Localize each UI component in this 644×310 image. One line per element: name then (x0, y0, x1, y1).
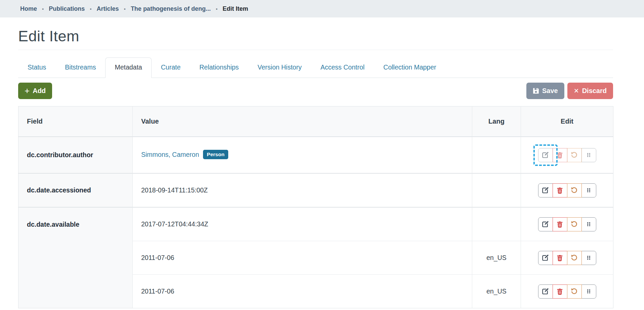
grip-dots-icon (586, 221, 592, 227)
delete-value-button[interactable] (553, 251, 567, 265)
edit-button-group (538, 183, 596, 197)
breadcrumb-separator-icon: • (216, 6, 217, 12)
edit-value-button[interactable] (538, 148, 553, 162)
undo-value-button[interactable] (567, 217, 582, 231)
value-link[interactable]: Simmons, Cameron (141, 151, 199, 158)
undo-icon (571, 254, 578, 261)
edit-cell (521, 137, 613, 173)
lang-cell: en_US (472, 275, 521, 308)
value-cell: 2011-07-06 (133, 275, 472, 308)
tab-access-control[interactable]: Access Control (311, 57, 374, 78)
value-text: 2018-09-14T11:15:00Z (141, 186, 208, 194)
metadata-table-header: Field Value Lang Edit (18, 106, 613, 137)
field-name: dc.contributor.author (18, 137, 133, 173)
value-cell: 2011-07-06 (133, 241, 472, 275)
tab-collection-mapper[interactable]: Collection Mapper (374, 57, 446, 78)
grip-dots-icon (586, 288, 592, 295)
add-button-label: Add (33, 87, 46, 95)
tab-metadata[interactable]: Metadata (105, 57, 151, 78)
grip-dots-icon (586, 255, 592, 261)
trash-icon (557, 221, 563, 228)
column-header-lang: Lang (472, 106, 521, 137)
delete-value-button[interactable] (553, 284, 567, 299)
delete-value-button[interactable] (553, 217, 567, 231)
breadcrumb-item-articles[interactable]: Articles (97, 5, 119, 12)
tab-bar: StatusBitstreamsMetadataCurateRelationsh… (18, 57, 613, 78)
tab-relationships[interactable]: Relationships (190, 57, 248, 78)
lang-cell (472, 137, 521, 173)
metadata-field-group: dc.contributor.author Simmons, CameronPe… (18, 137, 613, 173)
tab-version-history[interactable]: Version History (248, 57, 311, 78)
discard-button[interactable]: ✕ Discard (567, 83, 613, 99)
pencil-square-icon (542, 221, 549, 228)
edit-value-button[interactable] (538, 217, 553, 231)
edit-cell (521, 241, 613, 275)
pencil-square-icon (542, 288, 549, 295)
undo-value-button[interactable] (567, 284, 582, 299)
trash-icon (557, 255, 563, 261)
undo-icon (571, 288, 578, 295)
table-row: dc.date.available 2017-07-12T04:44:34Z (18, 208, 613, 241)
value-cell: 2017-07-12T04:44:34Z (133, 208, 472, 241)
breadcrumb-separator-icon: • (42, 6, 44, 12)
tab-curate[interactable]: Curate (152, 57, 190, 78)
main-content: Edit Item StatusBitstreamsMetadataCurate… (18, 28, 613, 308)
edit-cell (521, 275, 613, 308)
edit-value-button[interactable] (538, 284, 553, 299)
pencil-square-icon (542, 187, 549, 194)
breadcrumb: Home•Publications•Articles•The pathogene… (0, 0, 644, 17)
tab-status[interactable]: Status (18, 57, 55, 78)
pencil-square-icon (542, 254, 549, 261)
undo-value-button[interactable] (567, 251, 582, 265)
person-badge: Person (203, 150, 228, 159)
x-icon: ✕ (574, 88, 579, 94)
delete-value-button[interactable] (553, 148, 567, 162)
lang-cell: en_US (472, 241, 521, 275)
pencil-square-icon (542, 151, 549, 159)
lang-cell (472, 208, 521, 241)
edit-cell (521, 208, 613, 241)
save-icon (533, 88, 539, 94)
trash-icon (557, 152, 563, 159)
edit-button-group (538, 217, 596, 231)
column-header-field: Field (18, 106, 133, 137)
drag-handle-button[interactable] (581, 284, 596, 299)
edit-value-button[interactable] (538, 183, 553, 197)
metadata-table: Field Value Lang Edit dc.contributor.aut… (18, 106, 613, 308)
value-text: 2011-07-06 (141, 287, 174, 295)
breadcrumb-item-publications[interactable]: Publications (49, 5, 85, 12)
trash-icon (557, 187, 563, 194)
breadcrumb-item-home[interactable]: Home (20, 5, 37, 12)
drag-handle-button[interactable] (581, 148, 596, 162)
drag-handle-button[interactable] (581, 251, 596, 265)
drag-handle-button[interactable] (581, 183, 596, 197)
table-row: dc.date.accessioned 2018-09-14T11:15:00Z (18, 174, 613, 207)
delete-value-button[interactable] (553, 183, 567, 197)
lang-cell (472, 174, 521, 207)
value-text: 2011-07-06 (141, 254, 174, 261)
grip-dots-icon (586, 152, 592, 158)
undo-icon (571, 221, 578, 228)
save-button-label: Save (542, 87, 558, 95)
table-row: dc.contributor.author Simmons, CameronPe… (18, 137, 613, 173)
metadata-field-group: dc.date.available 2017-07-12T04:44:34Z (18, 207, 613, 308)
metadata-field-group: dc.date.accessioned 2018-09-14T11:15:00Z (18, 173, 613, 207)
plus-icon: + (25, 86, 30, 95)
tab-bitstreams[interactable]: Bitstreams (55, 57, 105, 78)
edit-cell (521, 174, 613, 207)
page-title: Edit Item (18, 28, 613, 50)
breadcrumb-separator-icon: • (124, 6, 126, 12)
edit-value-button[interactable] (538, 251, 553, 265)
save-button[interactable]: Save (526, 83, 564, 99)
discard-button-label: Discard (582, 87, 607, 95)
drag-handle-button[interactable] (581, 217, 596, 231)
toolbar: + Add Save ✕ Discard (18, 83, 613, 99)
value-text: 2017-07-12T04:44:34Z (141, 220, 208, 228)
undo-icon (571, 151, 578, 159)
edit-button-group (538, 251, 596, 265)
breadcrumb-item-the-pathogenesis-of-deng[interactable]: The pathogenesis of deng... (131, 5, 211, 12)
undo-value-button[interactable] (567, 183, 582, 197)
field-name: dc.date.available (18, 208, 133, 308)
undo-value-button[interactable] (567, 148, 582, 162)
add-metadata-button[interactable]: + Add (18, 83, 52, 99)
